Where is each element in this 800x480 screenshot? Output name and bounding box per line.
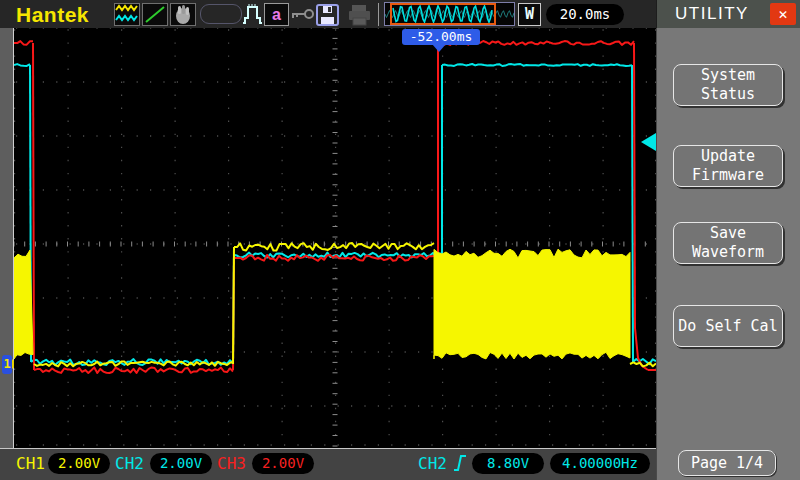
- left-gutter: [0, 28, 14, 448]
- oscilloscope-app: Hantek: [0, 0, 800, 480]
- trigger-position-pointer-icon: [432, 44, 446, 59]
- panel-title: UTILITY: [657, 4, 767, 24]
- channels-waveform-glyph: [115, 4, 139, 25]
- printer-glyph: [347, 4, 373, 26]
- auto-a-letter: a: [272, 6, 281, 24]
- trigger-position-label[interactable]: -52.00ms: [402, 29, 480, 45]
- auto-a-icon[interactable]: a: [264, 3, 289, 26]
- waveform-display: -52.00ms: [14, 28, 656, 448]
- status-bar: CH1 2.00V CH2 2.00V CH3 2.00V CH2 8.80V …: [0, 448, 656, 480]
- close-button[interactable]: ✕: [770, 3, 796, 25]
- brand-logo: Hantek: [16, 3, 89, 27]
- update-firmware-button[interactable]: Update Firmware: [673, 145, 783, 187]
- toolbar-divider: [378, 3, 379, 26]
- rising-edge-icon: [452, 453, 468, 473]
- window-zoom-icon[interactable]: W: [518, 3, 541, 26]
- do-self-cal-button[interactable]: Do Self Cal: [673, 305, 783, 347]
- channel1-marker-label: 1: [2, 355, 12, 374]
- ch3-scale-readout: 2.00V: [252, 453, 314, 474]
- trigger-position-value: -52.00ms: [410, 29, 473, 44]
- waveform-preview[interactable]: [384, 2, 515, 26]
- trigger-level-readout: 8.80V: [472, 453, 544, 474]
- slash-glyph: [143, 4, 167, 25]
- hand-icon[interactable]: [170, 3, 196, 26]
- menu-panel: System Status Update Firmware Save Wavef…: [656, 28, 800, 480]
- save-waveform-button[interactable]: Save Waveform: [673, 222, 783, 264]
- floppy-glyph: [316, 4, 340, 26]
- utility-header: UTILITY ✕: [656, 0, 800, 28]
- hand-glyph: [171, 4, 195, 25]
- key-icon[interactable]: [289, 3, 315, 26]
- pulse-glyph: [242, 4, 264, 26]
- trigger-source-label: CH2: [418, 454, 447, 473]
- ch2-scale-readout: 2.00V: [150, 453, 212, 474]
- slash-icon[interactable]: [142, 3, 168, 26]
- system-status-button[interactable]: System Status: [673, 64, 783, 106]
- timebase-readout[interactable]: 20.0ms: [546, 4, 624, 25]
- ch1-label: CH1: [16, 454, 45, 473]
- ch2-label: CH2: [115, 454, 144, 473]
- preview-window[interactable]: [385, 3, 514, 25]
- waveform-canvas: [14, 28, 656, 448]
- trigger-frequency-readout: 4.00000Hz: [550, 453, 650, 474]
- topbar: Hantek: [0, 0, 656, 28]
- trigger-level-arrow-icon[interactable]: [641, 133, 656, 151]
- ch1-scale-readout: 2.00V: [48, 453, 110, 474]
- page-indicator-button[interactable]: Page 1/4: [678, 450, 776, 476]
- key-glyph: [290, 4, 315, 25]
- print-icon[interactable]: [346, 3, 373, 26]
- save-floppy-icon[interactable]: [315, 3, 341, 26]
- channels-waveform-icon[interactable]: [114, 3, 140, 26]
- ch3-label: CH3: [217, 454, 246, 473]
- pulse-icon[interactable]: [241, 3, 265, 26]
- blank-slot: [200, 4, 242, 24]
